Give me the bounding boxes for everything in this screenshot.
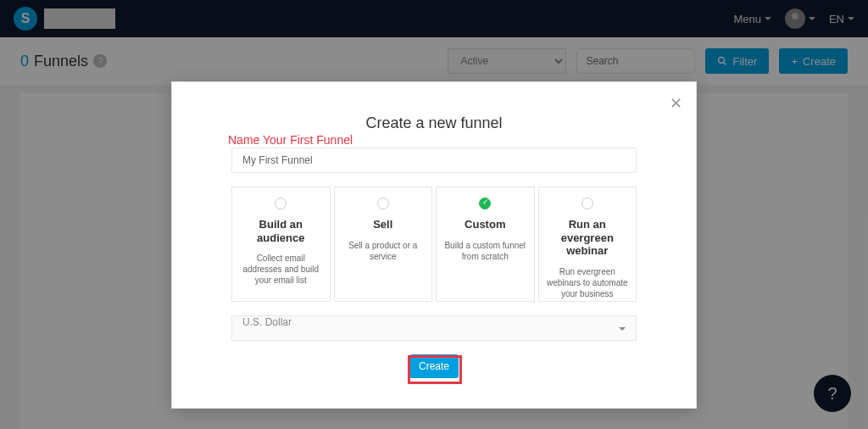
- option-title: Build an audience: [239, 218, 323, 244]
- annotation-label: Name Your First Funnel: [228, 133, 353, 147]
- option-title: Sell: [342, 218, 426, 231]
- create-funnel-button[interactable]: Create: [409, 354, 459, 378]
- modal-title: Create a new funnel: [172, 114, 696, 132]
- option-desc: Build a custom funnel from scratch: [443, 240, 527, 262]
- currency-select[interactable]: U.S. Dollar: [231, 315, 637, 341]
- option-desc: Run evergreen webinars to automate your …: [546, 266, 630, 299]
- radio-icon: [581, 198, 593, 209]
- option-webinar[interactable]: Run an evergreen webinar Run evergreen w…: [538, 187, 637, 302]
- funnel-name-input[interactable]: [231, 148, 637, 173]
- option-title: Custom: [443, 218, 527, 231]
- funnel-type-options: Build an audience Collect email addresse…: [231, 187, 637, 302]
- close-icon: ✕: [670, 95, 682, 112]
- currency-value: U.S. Dollar: [242, 316, 292, 328]
- radio-icon: [275, 198, 287, 209]
- chevron-down-icon: [619, 327, 626, 331]
- option-desc: Collect email addresses and build your e…: [239, 253, 323, 286]
- close-button[interactable]: ✕: [670, 94, 682, 113]
- option-custom[interactable]: Custom Build a custom funnel from scratc…: [436, 187, 535, 302]
- option-sell[interactable]: Sell Sell a product or a service: [334, 187, 433, 302]
- option-build-audience[interactable]: Build an audience Collect email addresse…: [231, 187, 331, 302]
- option-title: Run an evergreen webinar: [546, 218, 630, 258]
- option-desc: Sell a product or a service: [342, 240, 426, 262]
- radio-icon: [377, 198, 389, 209]
- radio-icon-selected: [479, 198, 491, 209]
- create-funnel-modal: ✕ Create a new funnel Name Your First Fu…: [171, 81, 697, 409]
